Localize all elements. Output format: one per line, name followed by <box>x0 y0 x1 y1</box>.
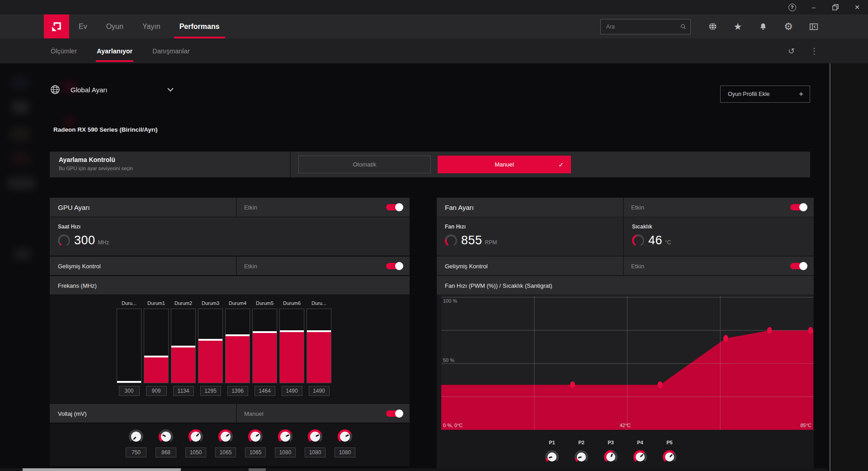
browser-button[interactable] <box>700 14 725 38</box>
frequency-value-box[interactable]: 1490 <box>309 386 330 396</box>
frequency-value-box[interactable]: 1464 <box>255 386 275 396</box>
knob-pointer <box>548 457 552 459</box>
collapse-panel-button[interactable] <box>801 14 826 38</box>
fan-advanced-toggle[interactable] <box>790 263 807 269</box>
voltage-value-box[interactable]: 868 <box>156 447 176 457</box>
frequency-value-box[interactable]: 1396 <box>227 386 248 396</box>
divider <box>236 257 237 275</box>
reset-icon[interactable]: ↺ <box>788 46 795 56</box>
vertical-scrollbar[interactable] <box>829 63 831 471</box>
fan-point-knob-wrap <box>545 450 559 464</box>
knob-dial[interactable] <box>633 450 647 464</box>
knob-dial[interactable] <box>248 429 263 444</box>
fan-curve-chart[interactable]: 100 % 50 % 0 %, 0°C 42°C 85°C <box>441 295 813 430</box>
frequency-slider[interactable] <box>144 309 169 383</box>
frequency-slider[interactable] <box>307 309 331 383</box>
frequency-state-label: Duru... <box>122 299 137 309</box>
frequency-value-box[interactable]: 909 <box>146 386 167 396</box>
voltage-value-box[interactable]: 1065 <box>215 447 236 457</box>
knob-dial[interactable] <box>338 429 352 444</box>
nav-tab-performans[interactable]: Performans <box>179 14 221 38</box>
knob-dial[interactable] <box>663 450 676 464</box>
frequency-slider[interactable] <box>279 309 304 383</box>
frequency-slider-fill <box>253 332 277 383</box>
fan-curve-point-P3[interactable] <box>723 335 728 342</box>
gpu-advanced-toggle[interactable] <box>386 263 402 269</box>
search-box[interactable] <box>600 19 691 34</box>
notifications-button[interactable] <box>750 14 776 38</box>
fan-panel-header: Fan Ayarı Etkin <box>437 198 814 217</box>
voltage-value-box[interactable]: 750 <box>126 447 146 457</box>
gpu-enabled-label: Etkin <box>244 204 257 211</box>
voltage-value-box[interactable]: 1080 <box>335 447 355 457</box>
horizontal-scrollbar[interactable] <box>0 468 827 471</box>
voltage-value-box[interactable]: 1050 <box>185 447 206 457</box>
fan-curve-point-P4[interactable] <box>767 327 772 334</box>
frequency-slider-handle[interactable] <box>117 381 141 383</box>
subnav-tab-ayarlanıyor[interactable]: Ayarlanıyor <box>97 38 132 63</box>
profile-selector[interactable]: Global Ayarı <box>50 84 174 95</box>
voltage-value-box[interactable]: 1065 <box>245 447 266 457</box>
frequency-slider-handle[interactable] <box>307 330 331 332</box>
knob-pointer <box>610 453 613 457</box>
fan-curve-svg[interactable]: 100 % 50 % 0 %, 0°C 42°C 85°C <box>441 295 813 430</box>
frequency-value-box[interactable]: 300 <box>119 386 140 396</box>
fan-curve-point-P1[interactable] <box>570 381 575 388</box>
knob-dial[interactable] <box>308 429 322 444</box>
minimize-button[interactable]: – <box>803 0 825 14</box>
knob-dial[interactable] <box>129 429 143 444</box>
frequency-value-box[interactable]: 1134 <box>173 386 194 396</box>
close-button[interactable]: ✕ <box>846 0 868 14</box>
frequency-slider[interactable] <box>198 309 223 383</box>
nav-tab-oyun[interactable]: Oyun <box>105 14 124 38</box>
right-gutter <box>832 63 868 471</box>
subnav-tab-ölçümler[interactable]: Ölçümler <box>51 38 77 63</box>
frequency-slider[interactable] <box>171 309 196 383</box>
kebab-menu-icon[interactable]: ⋮ <box>810 46 818 56</box>
knob-dial[interactable] <box>278 429 292 444</box>
voltage-value-box[interactable]: 1080 <box>275 447 296 457</box>
frequency-slider-handle[interactable] <box>280 330 304 332</box>
fan-tuning-toggle[interactable] <box>790 204 807 210</box>
frequency-slider[interactable] <box>252 309 277 383</box>
nav-tab-ev[interactable]: Ev <box>78 14 88 38</box>
frequency-slider-handle[interactable] <box>198 339 222 341</box>
favorites-button[interactable]: ★ <box>725 14 750 38</box>
fan-curve-point-P2[interactable] <box>658 381 663 388</box>
voltage-value-box[interactable]: 1080 <box>305 447 326 457</box>
knob-dial[interactable] <box>545 450 559 464</box>
fan-curve-point-P5[interactable] <box>808 327 813 334</box>
gear-icon: ⚙ <box>784 21 793 33</box>
settings-button[interactable]: ⚙ <box>776 14 801 38</box>
help-button[interactable]: ? <box>781 0 803 14</box>
frequency-slider-handle[interactable] <box>253 331 277 333</box>
frequency-slider-fill <box>144 357 168 383</box>
gpu-voltage-toggle[interactable] <box>386 410 402 417</box>
knob-dial[interactable] <box>218 429 233 444</box>
frequency-slider-handle[interactable] <box>171 346 195 347</box>
horizontal-scrollbar-segment[interactable] <box>249 468 266 471</box>
frequency-slider-handle[interactable] <box>144 356 168 357</box>
frequency-slider[interactable] <box>117 309 142 383</box>
knob-dial[interactable] <box>189 429 203 444</box>
add-game-profile-button[interactable]: Oyun Profili Ekle + <box>720 86 810 103</box>
gpu-frequency-label: Frekans (MHz) <box>58 282 97 289</box>
automatic-button[interactable]: Otomatik <box>298 156 431 173</box>
gpu-tuning-toggle[interactable] <box>386 204 402 210</box>
nav-tab-yayın[interactable]: Yayın <box>142 14 161 38</box>
horizontal-scrollbar-thumb[interactable] <box>23 468 181 471</box>
frequency-slider-handle[interactable] <box>226 334 250 336</box>
subnav-tab-danışmanlar[interactable]: Danışmanlar <box>152 38 189 63</box>
frequency-slider-fill <box>171 347 195 383</box>
knob-dial[interactable] <box>159 429 173 444</box>
frequency-value-box[interactable]: 1490 <box>282 386 302 396</box>
frequency-value-box[interactable]: 1295 <box>200 386 221 396</box>
knob-dial[interactable] <box>604 450 618 464</box>
restore-button[interactable] <box>825 0 846 14</box>
amd-logo[interactable] <box>44 14 69 38</box>
frequency-slider[interactable] <box>225 309 250 383</box>
search-input[interactable] <box>601 24 680 30</box>
knob-dial[interactable] <box>575 450 588 464</box>
manual-button[interactable]: Manuel ✓ <box>438 156 571 173</box>
divider <box>236 198 237 217</box>
